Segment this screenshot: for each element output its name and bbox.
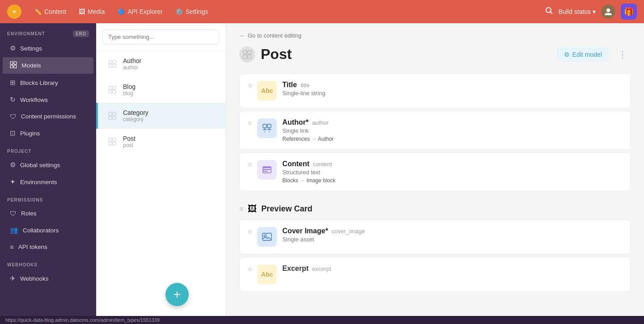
settings-icon: ⚙ xyxy=(10,44,16,52)
nav-content[interactable]: ✏️ Content xyxy=(29,5,72,18)
svg-rect-10 xyxy=(109,64,112,67)
model-icon-post xyxy=(107,136,118,147)
svg-rect-8 xyxy=(109,60,112,63)
gift-icon: 🎁 xyxy=(624,7,634,17)
models-icon xyxy=(10,61,17,70)
preview-card-section: ≡ 🖼 Preview Card ≡ Cover Image* xyxy=(239,204,631,292)
field-card-title: ≡ Abc Title title Single-line string xyxy=(239,73,631,108)
content-field-icon xyxy=(257,160,277,180)
field-card-content: ≡ Content content Structured text xyxy=(239,152,631,191)
more-options-button[interactable]: ⋮ xyxy=(614,47,631,62)
drag-handle[interactable]: ≡ xyxy=(248,82,252,90)
sidebar-item-models[interactable]: Models xyxy=(3,57,93,74)
build-status-button[interactable]: Build status ▾ xyxy=(559,8,596,15)
section-drag-handle[interactable]: ≡ xyxy=(239,205,243,213)
svg-rect-9 xyxy=(113,60,116,63)
svg-rect-13 xyxy=(113,86,116,89)
svg-rect-21 xyxy=(113,138,116,141)
drag-handle[interactable]: ≡ xyxy=(248,119,252,127)
svg-rect-29 xyxy=(267,124,271,128)
logo[interactable] xyxy=(7,4,21,19)
model-header: Post ⚙ Edit model ⋮ xyxy=(239,46,631,63)
sidebar-item-environments[interactable]: ✦ Environments xyxy=(3,174,93,190)
svg-rect-24 xyxy=(243,50,247,54)
section-emoji: 🖼 xyxy=(248,204,257,214)
environments-icon: ✦ xyxy=(10,178,16,186)
models-search-input[interactable] xyxy=(102,29,219,44)
svg-rect-20 xyxy=(109,138,112,141)
blocks-library-icon: ⊞ xyxy=(10,79,16,87)
field-card-cover-image: ≡ Cover Image* cover_image Single asset xyxy=(239,219,631,254)
webhooks-icon: ✈ xyxy=(10,274,16,282)
arrow-left-icon: ← xyxy=(239,32,245,39)
sidebar-item-plugins[interactable]: ⊡ Plugins xyxy=(3,125,93,141)
model-header-icon xyxy=(239,46,255,63)
sidebar-item-roles[interactable]: 🛡 Roles xyxy=(3,206,93,221)
nav-api-explorer[interactable]: 🔷 API Explorer xyxy=(112,5,168,18)
nav-settings[interactable]: ⚙️ Settings xyxy=(170,5,214,18)
svg-rect-23 xyxy=(113,142,116,145)
svg-rect-28 xyxy=(263,124,267,128)
collaborators-icon: 👥 xyxy=(10,226,18,234)
author-field-icon xyxy=(257,118,277,138)
roles-shield-icon: 🛡 xyxy=(10,210,17,217)
svg-rect-19 xyxy=(113,116,116,119)
cover-image-field-icon xyxy=(257,227,277,247)
models-panel: Author author Blog blog xyxy=(96,23,226,316)
drag-handle[interactable]: ≡ xyxy=(248,265,252,274)
sidebar-item-webhooks[interactable]: ✈ Webhooks xyxy=(3,270,93,286)
gear-icon: ⚙ xyxy=(564,51,570,58)
model-list-item-category[interactable]: Category category xyxy=(96,103,225,129)
svg-rect-4 xyxy=(10,62,13,64)
svg-rect-25 xyxy=(248,50,251,54)
sidebar-item-settings[interactable]: ⚙ Settings xyxy=(3,40,93,56)
edit-model-button[interactable]: ⚙ Edit model xyxy=(557,47,609,62)
svg-rect-15 xyxy=(113,90,116,93)
avatar[interactable] xyxy=(601,4,615,19)
nav-media[interactable]: 🖼 Media xyxy=(73,5,110,18)
field-card-excerpt: ≡ Abc Excerpt excerpt xyxy=(239,257,631,292)
sidebar-item-global-settings[interactable]: ⚙ Global settings xyxy=(3,157,93,173)
nav-items: ✏️ Content 🖼 Media 🔷 API Explorer ⚙️ Set… xyxy=(29,5,213,18)
erd-button[interactable]: ERD xyxy=(73,30,89,37)
model-list-item-blog[interactable]: Blog blog xyxy=(96,77,225,103)
sidebar-item-workflows[interactable]: ↻ Workflows xyxy=(3,92,93,108)
sidebar-item-blocks-library[interactable]: ⊞ Blocks Library xyxy=(3,75,93,91)
add-field-button[interactable]: + xyxy=(165,283,189,306)
svg-rect-17 xyxy=(113,112,116,115)
svg-rect-18 xyxy=(109,116,112,119)
model-icon-blog xyxy=(107,84,118,95)
svg-rect-14 xyxy=(109,90,112,93)
excerpt-field-icon: Abc xyxy=(257,265,277,284)
svg-rect-6 xyxy=(10,65,13,68)
svg-line-2 xyxy=(550,12,552,14)
svg-rect-5 xyxy=(14,62,17,64)
sidebar: ENVIRONMENT ERD ⚙ Settings Models ⊞ Bloc… xyxy=(0,23,96,316)
gear-icon: ⚙ xyxy=(10,161,16,169)
settings-icon: ⚙️ xyxy=(175,8,183,15)
plugins-icon: ⊡ xyxy=(10,129,16,137)
drag-handle[interactable]: ≡ xyxy=(248,161,252,169)
media-icon: 🖼 xyxy=(79,8,85,15)
svg-rect-26 xyxy=(243,55,247,59)
content-icon: ✏️ xyxy=(34,8,42,15)
top-nav-right: Build status ▾ 🎁 xyxy=(545,4,637,20)
back-link[interactable]: ← Go to content editing xyxy=(239,32,631,39)
status-bar: https://quick-data-blog.admin.datocms.co… xyxy=(0,316,644,324)
sidebar-item-content-permissions[interactable]: 🛡 Content permissions xyxy=(3,109,93,124)
search-button[interactable] xyxy=(545,7,553,17)
svg-rect-7 xyxy=(14,65,17,68)
chevron-down-icon: ▾ xyxy=(593,8,596,15)
model-icon-author xyxy=(107,59,118,69)
content-area: ← Go to content editing Post ⚙ Edit mode… xyxy=(226,23,644,316)
model-list-item-author[interactable]: Author author xyxy=(96,51,225,77)
drag-handle[interactable]: ≡ xyxy=(248,228,252,236)
sidebar-item-collaborators[interactable]: 👥 Collaborators xyxy=(3,222,93,238)
project-section-label: PROJECT xyxy=(0,142,96,156)
permissions-section-label: PERMISSIONS xyxy=(0,190,96,205)
field-card-author: ≡ Author* author Single link Refe xyxy=(239,111,631,150)
svg-rect-22 xyxy=(109,142,112,145)
model-list-item-post[interactable]: Post post xyxy=(96,129,225,155)
sidebar-item-api-tokens[interactable]: ≡ API tokens xyxy=(3,239,93,255)
gift-button[interactable]: 🎁 xyxy=(621,4,637,20)
